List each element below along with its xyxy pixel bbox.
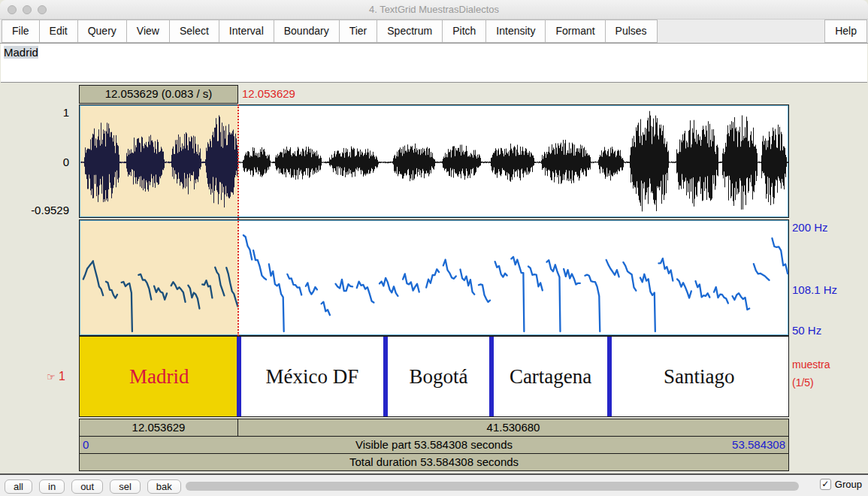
visible-part-label: Visible part 53.584308 seconds [355,438,513,451]
interval-text-field[interactable]: Madrid [1,44,867,83]
selection-right-timebar[interactable]: 41.530680 [237,419,789,437]
menu-pitch[interactable]: Pitch [442,20,486,43]
button-all[interactable]: all [5,479,32,494]
tier-name-line1: muestra [792,358,830,370]
menu-formant[interactable]: Formant [545,20,605,43]
menu-spectrum[interactable]: Spectrum [377,20,443,43]
interval-text-value: Madrid [4,46,38,59]
menu-items: FileEditQueryViewSelectIntervalBoundaryT… [2,20,658,43]
pointing-hand-icon: ☞ [47,371,56,383]
total-duration-bar[interactable]: Total duration 53.584308 seconds [79,453,789,471]
menu-query[interactable]: Query [77,20,127,43]
pitch-canvas[interactable] [80,221,789,336]
menu-boundary[interactable]: Boundary [274,20,340,43]
tier-boundary-3[interactable] [489,337,494,416]
textgrid-tier[interactable]: MadridMéxico DFBogotáCartagenaSantiago [79,336,789,417]
selection-start-time: 12.053629 [242,87,295,100]
visible-end-time: 53.584308 [732,437,785,453]
pitch-panel[interactable] [79,219,789,336]
pitch-max-label: 200 Hz [792,221,828,234]
pitch-min-label: 50 Hz [792,324,821,337]
tier-intervals: MadridMéxico DFBogotáCartagenaSantiago [80,337,788,416]
window-title: 4. TextGrid MuestrasDialectos [0,4,868,15]
interval-madrid[interactable]: Madrid [80,337,239,416]
menu-interval[interactable]: Interval [219,20,274,43]
interval-méxico-df[interactable]: México DF [239,337,386,416]
group-label: Group [835,479,862,490]
interval-bogotá[interactable]: Bogotá [386,337,491,416]
button-out[interactable]: out [71,479,103,494]
interval-cartagena[interactable]: Cartagena [491,337,610,416]
waveform-canvas[interactable] [80,106,789,218]
selection-cursor-line [237,104,239,336]
waveform-ymax-label: 1 [0,106,74,119]
title-bar: 4. TextGrid MuestrasDialectos [0,0,868,20]
menu-help[interactable]: Help [824,20,867,43]
menu-tier[interactable]: Tier [339,20,378,43]
tier-number-label[interactable]: ☞ 1 [47,370,65,383]
praat-textgrid-window: 4. TextGrid MuestrasDialectos FileEditQu… [0,0,868,496]
waveform-panel[interactable] [79,104,789,218]
tier-boundary-1[interactable] [237,337,241,416]
visible-start-time: 0 [83,437,89,453]
button-sel[interactable]: sel [110,479,141,494]
menu-edit[interactable]: Edit [39,20,78,43]
menu-pulses[interactable]: Pulses [605,20,658,43]
menu-bar: FileEditQueryViewSelectIntervalBoundaryT… [0,20,868,44]
menu-file[interactable]: File [2,20,40,43]
tier-number: 1 [59,370,65,383]
interval-santiago[interactable]: Santiago [609,337,788,416]
group-checkbox[interactable]: ✓ [820,479,831,490]
waveform-ymin-label: -0.9529 [0,204,74,216]
visible-part-bar[interactable]: 0 Visible part 53.584308 seconds 53.5843… [79,436,789,454]
zoom-buttons: allinoutselbak [5,479,181,494]
button-in[interactable]: in [39,479,65,494]
menu-view[interactable]: View [126,20,170,43]
selection-duration-cell[interactable]: 12.053629 (0.083 / s) [79,85,238,104]
tier-name-line2: (1/5) [792,377,814,389]
pitch-current-label: 108.1 Hz [792,283,837,296]
waveform-yzero-label: 0 [0,156,74,168]
button-bak[interactable]: bak [147,479,181,494]
time-scrollbar[interactable] [186,482,799,491]
bottom-bar: allinoutselbak ✓ Group [0,473,868,496]
menu-select[interactable]: Select [169,20,219,43]
tier-boundary-4[interactable] [607,337,612,416]
tier-boundary-2[interactable] [383,337,388,416]
menu-intensity[interactable]: Intensity [485,20,546,43]
selection-left-timebar[interactable]: 12.053629 [79,419,238,437]
